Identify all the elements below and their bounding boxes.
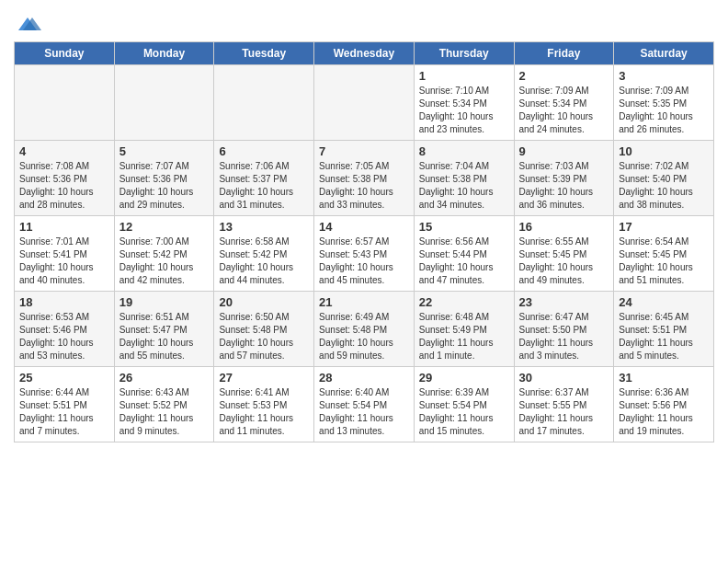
day-number: 4 [19, 144, 109, 158]
day-number: 17 [619, 220, 709, 234]
day-number: 6 [219, 144, 309, 158]
week-row-2: 4Sunrise: 7:08 AM Sunset: 5:36 PM Daylig… [15, 141, 714, 216]
week-row-4: 18Sunrise: 6:53 AM Sunset: 5:46 PM Dayli… [15, 292, 714, 367]
day-info: Sunrise: 7:09 AM Sunset: 5:35 PM Dayligh… [619, 85, 709, 136]
day-info: Sunrise: 6:37 AM Sunset: 5:55 PM Dayligh… [519, 386, 609, 438]
day-number: 16 [519, 220, 609, 234]
col-header-saturday: Saturday [614, 42, 714, 65]
calendar-cell: 1Sunrise: 7:10 AM Sunset: 5:34 PM Daylig… [414, 65, 514, 141]
calendar-cell: 22Sunrise: 6:48 AM Sunset: 5:49 PM Dayli… [414, 292, 514, 367]
day-info: Sunrise: 6:49 AM Sunset: 5:48 PM Dayligh… [319, 311, 409, 362]
day-info: Sunrise: 6:50 AM Sunset: 5:48 PM Dayligh… [219, 311, 309, 362]
calendar-cell [314, 65, 415, 141]
day-info: Sunrise: 6:57 AM Sunset: 5:43 PM Dayligh… [319, 236, 409, 287]
day-info: Sunrise: 6:44 AM Sunset: 5:51 PM Dayligh… [19, 386, 109, 438]
day-number: 20 [219, 295, 309, 309]
calendar-cell: 13Sunrise: 6:58 AM Sunset: 5:42 PM Dayli… [214, 216, 314, 292]
calendar-cell: 11Sunrise: 7:01 AM Sunset: 5:41 PM Dayli… [15, 216, 115, 292]
day-info: Sunrise: 7:06 AM Sunset: 5:37 PM Dayligh… [219, 160, 309, 212]
calendar-cell: 16Sunrise: 6:55 AM Sunset: 5:45 PM Dayli… [514, 216, 614, 292]
day-info: Sunrise: 6:54 AM Sunset: 5:45 PM Dayligh… [619, 236, 709, 287]
calendar-cell: 30Sunrise: 6:37 AM Sunset: 5:55 PM Dayli… [514, 367, 614, 442]
day-number: 15 [419, 220, 509, 234]
calendar-cell: 29Sunrise: 6:39 AM Sunset: 5:54 PM Dayli… [414, 367, 514, 442]
day-number: 19 [119, 295, 210, 309]
day-number: 31 [619, 371, 709, 385]
day-info: Sunrise: 6:39 AM Sunset: 5:54 PM Dayligh… [419, 386, 509, 438]
day-info: Sunrise: 6:56 AM Sunset: 5:44 PM Dayligh… [419, 236, 509, 287]
day-number: 26 [119, 371, 210, 385]
calendar-cell: 24Sunrise: 6:45 AM Sunset: 5:51 PM Dayli… [614, 292, 714, 367]
col-header-friday: Friday [514, 42, 614, 65]
day-number: 24 [619, 295, 709, 309]
day-number: 5 [119, 144, 210, 158]
calendar-cell: 9Sunrise: 7:03 AM Sunset: 5:39 PM Daylig… [514, 141, 614, 216]
day-info: Sunrise: 6:47 AM Sunset: 5:50 PM Dayligh… [519, 311, 609, 362]
day-info: Sunrise: 7:08 AM Sunset: 5:36 PM Dayligh… [19, 160, 109, 212]
day-number: 30 [519, 371, 609, 385]
day-info: Sunrise: 7:07 AM Sunset: 5:36 PM Dayligh… [119, 160, 210, 212]
calendar-cell: 23Sunrise: 6:47 AM Sunset: 5:50 PM Dayli… [514, 292, 614, 367]
day-info: Sunrise: 7:10 AM Sunset: 5:34 PM Dayligh… [419, 85, 509, 136]
calendar-cell: 19Sunrise: 6:51 AM Sunset: 5:47 PM Dayli… [114, 292, 214, 367]
calendar-cell: 31Sunrise: 6:36 AM Sunset: 5:56 PM Dayli… [614, 367, 714, 442]
day-info: Sunrise: 6:48 AM Sunset: 5:49 PM Dayligh… [419, 311, 509, 362]
calendar-cell: 17Sunrise: 6:54 AM Sunset: 5:45 PM Dayli… [614, 216, 714, 292]
day-number: 25 [19, 371, 109, 385]
calendar-cell: 6Sunrise: 7:06 AM Sunset: 5:37 PM Daylig… [214, 141, 314, 216]
day-info: Sunrise: 6:45 AM Sunset: 5:51 PM Dayligh… [619, 311, 709, 362]
calendar-cell: 21Sunrise: 6:49 AM Sunset: 5:48 PM Dayli… [314, 292, 415, 367]
calendar-cell: 15Sunrise: 6:56 AM Sunset: 5:44 PM Dayli… [414, 216, 514, 292]
day-info: Sunrise: 6:41 AM Sunset: 5:53 PM Dayligh… [219, 386, 309, 438]
day-number: 27 [219, 371, 309, 385]
day-info: Sunrise: 6:43 AM Sunset: 5:52 PM Dayligh… [119, 386, 210, 438]
day-number: 21 [319, 295, 409, 309]
day-number: 29 [419, 371, 509, 385]
day-info: Sunrise: 7:00 AM Sunset: 5:42 PM Dayligh… [119, 236, 210, 287]
day-number: 3 [619, 69, 709, 83]
day-info: Sunrise: 7:09 AM Sunset: 5:34 PM Dayligh… [519, 85, 609, 136]
col-header-wednesday: Wednesday [314, 42, 415, 65]
calendar-cell [114, 65, 214, 141]
logo [14, 14, 43, 34]
day-number: 2 [519, 69, 609, 83]
day-info: Sunrise: 7:04 AM Sunset: 5:38 PM Dayligh… [419, 160, 509, 212]
calendar-cell: 18Sunrise: 6:53 AM Sunset: 5:46 PM Dayli… [15, 292, 115, 367]
day-number: 11 [19, 220, 109, 234]
day-number: 23 [519, 295, 609, 309]
day-number: 9 [519, 144, 609, 158]
calendar-cell: 25Sunrise: 6:44 AM Sunset: 5:51 PM Dayli… [15, 367, 115, 442]
day-number: 14 [319, 220, 409, 234]
calendar-header-row: SundayMondayTuesdayWednesdayThursdayFrid… [15, 42, 714, 65]
calendar-cell: 8Sunrise: 7:04 AM Sunset: 5:38 PM Daylig… [414, 141, 514, 216]
calendar-cell: 20Sunrise: 6:50 AM Sunset: 5:48 PM Dayli… [214, 292, 314, 367]
week-row-1: 1Sunrise: 7:10 AM Sunset: 5:34 PM Daylig… [15, 65, 714, 141]
day-number: 12 [119, 220, 210, 234]
col-header-monday: Monday [114, 42, 214, 65]
calendar-cell: 5Sunrise: 7:07 AM Sunset: 5:36 PM Daylig… [114, 141, 214, 216]
day-info: Sunrise: 7:02 AM Sunset: 5:40 PM Dayligh… [619, 160, 709, 212]
calendar-cell: 4Sunrise: 7:08 AM Sunset: 5:36 PM Daylig… [15, 141, 115, 216]
day-info: Sunrise: 7:03 AM Sunset: 5:39 PM Dayligh… [519, 160, 609, 212]
day-info: Sunrise: 6:55 AM Sunset: 5:45 PM Dayligh… [519, 236, 609, 287]
logo-icon [14, 14, 41, 34]
calendar-table: SundayMondayTuesdayWednesdayThursdayFrid… [14, 41, 714, 442]
day-number: 13 [219, 220, 309, 234]
day-number: 18 [19, 295, 109, 309]
col-header-thursday: Thursday [414, 42, 514, 65]
day-number: 8 [419, 144, 509, 158]
week-row-5: 25Sunrise: 6:44 AM Sunset: 5:51 PM Dayli… [15, 367, 714, 442]
header [14, 9, 714, 34]
day-info: Sunrise: 6:40 AM Sunset: 5:54 PM Dayligh… [319, 386, 409, 438]
calendar-cell [214, 65, 314, 141]
day-info: Sunrise: 7:01 AM Sunset: 5:41 PM Dayligh… [19, 236, 109, 287]
day-info: Sunrise: 6:51 AM Sunset: 5:47 PM Dayligh… [119, 311, 210, 362]
day-number: 1 [419, 69, 509, 83]
calendar-cell: 28Sunrise: 6:40 AM Sunset: 5:54 PM Dayli… [314, 367, 415, 442]
calendar-cell: 26Sunrise: 6:43 AM Sunset: 5:52 PM Dayli… [114, 367, 214, 442]
calendar-cell: 7Sunrise: 7:05 AM Sunset: 5:38 PM Daylig… [314, 141, 415, 216]
day-number: 10 [619, 144, 709, 158]
calendar-cell: 27Sunrise: 6:41 AM Sunset: 5:53 PM Dayli… [214, 367, 314, 442]
calendar-cell: 2Sunrise: 7:09 AM Sunset: 5:34 PM Daylig… [514, 65, 614, 141]
day-number: 22 [419, 295, 509, 309]
